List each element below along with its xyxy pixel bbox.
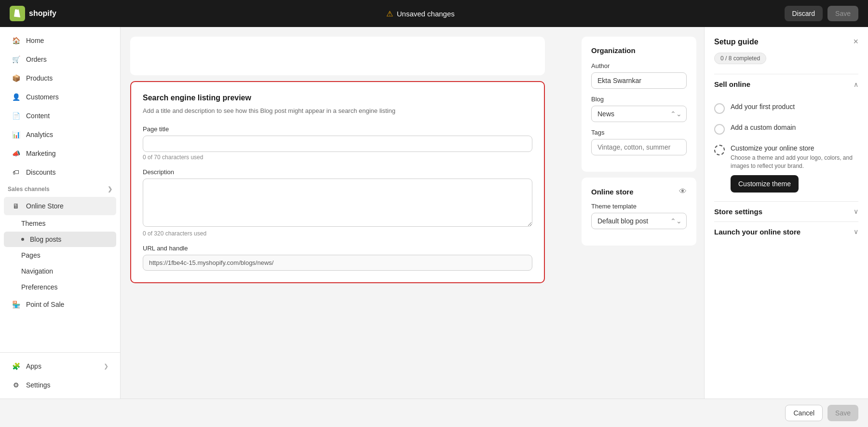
sell-online-items: Add your first product Add a custom doma… <box>714 94 858 201</box>
sell-online-section-header[interactable]: Sell online ∧ <box>714 74 858 94</box>
setup-item-add-domain: Add a custom domain <box>714 119 858 139</box>
seo-card: Search engine listing preview Add a titl… <box>130 81 545 283</box>
launch-store-section-header[interactable]: Launch your online store ∨ <box>714 221 858 242</box>
sidebar-orders-label: Orders <box>26 55 47 63</box>
setup-guide-close-button[interactable]: × <box>853 37 858 47</box>
pos-icon: 🏪 <box>12 300 20 309</box>
unsaved-changes-label: Unsaved changes <box>397 10 455 18</box>
sidebar-item-discounts[interactable]: 🏷 Discounts <box>4 163 116 181</box>
sidebar-item-online-store[interactable]: 🖥 Online Store <box>4 197 116 215</box>
products-icon: 📦 <box>12 74 20 83</box>
online-store-header: Online store 👁 <box>591 187 687 196</box>
sidebar-sub-item-blog-posts[interactable]: Blog posts <box>4 232 116 247</box>
add-product-label: Add your first product <box>731 103 795 110</box>
save-top-button[interactable]: Save <box>827 6 858 21</box>
layout: 🏠 Home 🛒 Orders 📦 Products 👤 Customers 📄… <box>0 27 868 399</box>
store-settings-title: Store settings <box>714 207 762 216</box>
themes-label: Themes <box>21 220 46 227</box>
apps-icon: 🧩 <box>12 362 20 371</box>
tags-label: Tags <box>591 129 687 136</box>
add-domain-text: Add a custom domain <box>731 124 796 131</box>
discard-button[interactable]: Discard <box>785 6 823 21</box>
sidebar-content-label: Content <box>26 112 50 120</box>
setup-item-customize-store: Customize your online store Choose a the… <box>714 139 858 197</box>
tags-input[interactable] <box>591 139 687 155</box>
theme-template-select[interactable]: Default blog post <box>591 213 687 229</box>
add-product-circle <box>714 103 725 114</box>
add-domain-label: Add a custom domain <box>731 124 796 131</box>
add-domain-circle <box>714 124 725 135</box>
customize-store-circle <box>714 145 725 155</box>
sidebar-item-content[interactable]: 📄 Content <box>4 107 116 125</box>
orders-icon: 🛒 <box>12 55 20 64</box>
sidebar-sub-item-pages[interactable]: Pages <box>4 248 116 263</box>
launch-store-title: Launch your online store <box>714 228 800 236</box>
sidebar-discounts-label: Discounts <box>26 168 55 176</box>
sidebar-bottom: 🧩 Apps ❯ ⚙ Settings <box>0 352 120 399</box>
topbar-left: shopify <box>10 6 56 21</box>
theme-template-select-wrap: Default blog post ⌃⌄ <box>591 213 687 229</box>
sidebar-sub-item-preferences[interactable]: Preferences <box>4 279 116 295</box>
blog-label: Blog <box>591 96 687 103</box>
store-settings-section-header[interactable]: Store settings ∨ <box>714 201 858 221</box>
store-settings-chevron-icon: ∨ <box>854 207 858 215</box>
organization-card: Organization Author Blog News ⌃⌄ Tags <box>582 37 696 172</box>
setup-guide-header: Setup guide × <box>714 37 858 47</box>
blog-select[interactable]: News <box>591 106 687 122</box>
sidebar-sub-item-navigation[interactable]: Navigation <box>4 263 116 279</box>
customize-store-label: Customize your online store <box>731 144 858 152</box>
topbar: shopify ⚠ Unsaved changes Discard Save <box>0 0 868 27</box>
shopify-logo-icon <box>10 6 25 21</box>
topbar-right: Discard Save <box>785 6 858 21</box>
content-icon: 📄 <box>12 111 20 120</box>
page-title-input[interactable] <box>143 136 532 152</box>
tags-field: Tags <box>591 129 687 155</box>
sidebar-item-customers[interactable]: 👤 Customers <box>4 88 116 106</box>
sidebar-products-label: Products <box>26 74 53 82</box>
shopify-logo: shopify <box>10 6 56 21</box>
blog-posts-label: Blog posts <box>30 235 61 243</box>
sidebar-item-products[interactable]: 📦 Products <box>4 69 116 87</box>
warning-icon: ⚠ <box>386 9 393 18</box>
url-handle-label: URL and handle <box>143 245 532 252</box>
sidebar-item-home[interactable]: 🏠 Home <box>4 31 116 50</box>
author-input[interactable] <box>591 72 687 89</box>
sales-channels-section[interactable]: Sales channels ❯ <box>0 182 120 196</box>
add-product-text: Add your first product <box>731 103 795 110</box>
sidebar-online-store-label: Online Store <box>26 202 64 210</box>
description-textarea[interactable] <box>143 179 532 227</box>
settings-icon: ⚙ <box>12 381 20 389</box>
card-top <box>130 37 545 75</box>
blog-select-wrap: News ⌃⌄ <box>591 106 687 122</box>
pages-label: Pages <box>21 251 41 259</box>
cancel-button[interactable]: Cancel <box>785 405 823 421</box>
navigation-label: Navigation <box>21 267 53 275</box>
right-panel: Organization Author Blog News ⌃⌄ Tags <box>574 27 704 399</box>
discounts-icon: 🏷 <box>12 168 20 177</box>
sidebar-item-marketing[interactable]: 📣 Marketing <box>4 144 116 163</box>
customize-store-sub: Choose a theme and add your logo, colors… <box>731 154 858 170</box>
sidebar-marketing-label: Marketing <box>26 150 55 157</box>
save-bottom-button[interactable]: Save <box>827 405 858 421</box>
online-store-title: Online store <box>591 188 634 196</box>
url-input[interactable] <box>143 255 532 271</box>
customers-icon: 👤 <box>12 93 20 101</box>
sell-online-chevron-icon: ∧ <box>854 81 858 88</box>
eye-icon[interactable]: 👁 <box>679 187 687 196</box>
online-store-icon: 🖥 <box>12 202 20 210</box>
theme-template-field: Theme template Default blog post ⌃⌄ <box>591 203 687 229</box>
sidebar-item-settings[interactable]: ⚙ Settings <box>4 376 116 394</box>
bottom-bar: Cancel Save <box>0 399 868 427</box>
sidebar-settings-label: Settings <box>26 381 51 389</box>
progress-label: 0 / 8 completed <box>720 55 760 62</box>
customize-theme-button[interactable]: Customize theme <box>731 175 799 193</box>
sidebar-analytics-label: Analytics <box>26 131 53 138</box>
sidebar-item-analytics[interactable]: 📊 Analytics <box>4 125 116 144</box>
sidebar-item-orders[interactable]: 🛒 Orders <box>4 50 116 69</box>
sidebar-item-point-of-sale[interactable]: 🏪 Point of Sale <box>4 295 116 314</box>
main-content: Search engine listing preview Add a titl… <box>121 27 574 399</box>
sidebar-item-apps[interactable]: 🧩 Apps ❯ <box>4 357 116 375</box>
sidebar-sub-item-themes[interactable]: Themes <box>4 216 116 231</box>
analytics-icon: 📊 <box>12 130 20 139</box>
seo-card-title: Search engine listing preview <box>143 94 532 102</box>
